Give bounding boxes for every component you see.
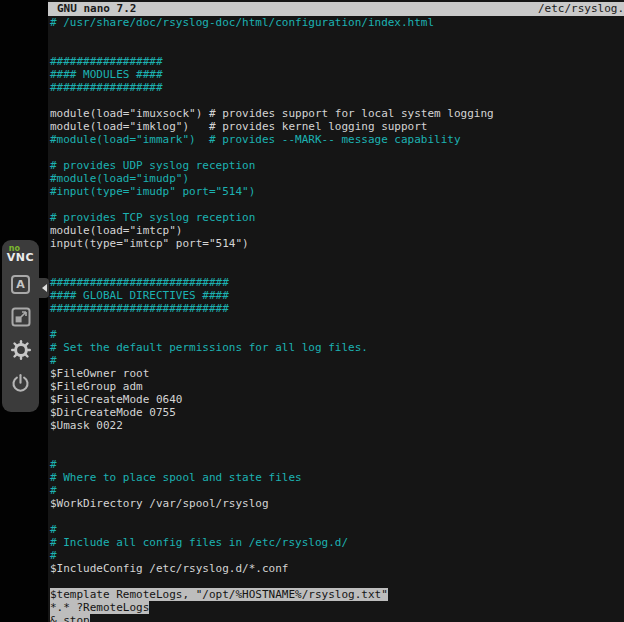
config-line: module(load="imtcp") [50,224,624,237]
config-line: # [50,549,624,562]
config-line: & stop [50,614,624,622]
config-line: input(type="imtcp" port="514") [50,237,624,250]
config-line: # [50,484,624,497]
config-line [50,575,624,588]
nano-titlebar: GNU nano 7.2 /etc/rsyslog. [48,2,624,16]
control-bar-handle[interactable] [39,278,49,298]
config-line: $FileOwner root [50,367,624,380]
nano-editor-content[interactable]: # /usr/share/doc/rsyslog-doc/html/config… [48,16,624,622]
config-line: $FileGroup adm [50,380,624,393]
config-line: ################# [50,55,624,68]
config-line: $template RemoteLogs, "/opt/%HOSTNAME%/r… [50,588,624,601]
config-line [50,315,624,328]
config-line: $WorkDirectory /var/spool/rsyslog [50,497,624,510]
config-line [50,29,624,42]
settings-button[interactable] [9,338,33,362]
extra-keys-button[interactable]: A [9,272,33,296]
novnc-logo-vnc: VNC [7,252,34,263]
config-line: # [50,354,624,367]
config-line: # provides UDP syslog reception [50,159,624,172]
config-line [50,146,624,159]
config-line: $DirCreateMode 0755 [50,406,624,419]
config-line [50,198,624,211]
config-line: # /usr/share/doc/rsyslog-doc/html/config… [50,16,624,29]
config-line: module(load="imuxsock") # provides suppo… [50,107,624,120]
config-line [50,510,624,523]
config-line: ################# [50,81,624,94]
novnc-logo: no VNC [7,245,34,263]
gear-icon [11,340,31,360]
config-line: #### GLOBAL DIRECTIVES #### [50,289,624,302]
nano-filename: /etc/rsyslog. [538,2,624,16]
power-button[interactable] [9,371,33,395]
config-line: # [50,458,624,471]
config-line [50,42,624,55]
config-line: # [50,328,624,341]
power-icon [11,374,30,393]
fullscreen-button[interactable] [9,305,33,329]
config-line: # Include all config files in /etc/rsysl… [50,536,624,549]
config-line: # Where to place spool and state files [50,471,624,484]
config-line: # provides TCP syslog reception [50,211,624,224]
config-line [50,445,624,458]
config-line: #### MODULES #### [50,68,624,81]
collapse-arrow-icon [42,284,47,292]
fullscreen-icon [11,307,31,327]
config-line: # [50,523,624,536]
config-line: #module(load="imudp") [50,172,624,185]
config-line [50,263,624,276]
config-line [50,94,624,107]
config-line [50,250,624,263]
config-line: $IncludeConfig /etc/rsyslog.d/*.conf [50,562,624,575]
config-line: #module(load="immark") # provides --MARK… [50,133,624,146]
letter-a-icon: A [11,275,30,294]
config-line: *.* ?RemoteLogs [50,601,624,614]
nano-version: GNU nano 7.2 [57,2,136,16]
config-line: ########################### [50,276,624,289]
terminal-window[interactable]: GNU nano 7.2 /etc/rsyslog. # /usr/share/… [48,0,624,622]
config-line: # Set the default permissions for all lo… [50,341,624,354]
config-line: module(load="imklog") # provides kernel … [50,120,624,133]
config-line: #input(type="imudp" port="514") [50,185,624,198]
novnc-control-bar: no VNC A [2,240,39,412]
config-line [50,432,624,445]
config-line: $FileCreateMode 0640 [50,393,624,406]
config-line: $Umask 0022 [50,419,624,432]
config-line: ########################### [50,302,624,315]
